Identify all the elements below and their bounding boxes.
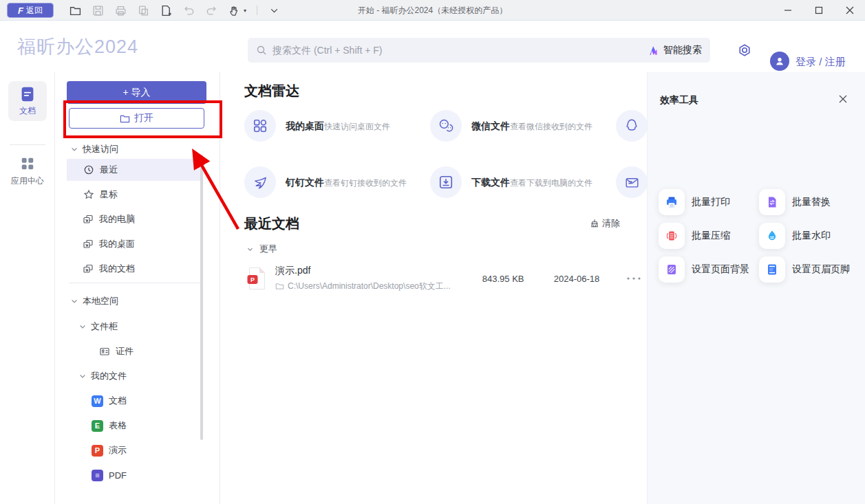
card-title: 下载文件 <box>471 177 510 188</box>
undo-icon[interactable] <box>182 4 195 17</box>
import-button[interactable]: + 导入 <box>67 81 206 104</box>
main-content: 文档雷达 我的桌面快速访问桌面文件 微信文件查看微信接收到的文件 钉钉文件查看钉… <box>220 72 647 504</box>
avatar[interactable] <box>770 52 789 71</box>
chevron-down-icon[interactable] <box>70 297 78 305</box>
id-card-icon <box>99 346 110 357</box>
header-footer-icon <box>759 256 785 283</box>
replace-icon <box>759 189 785 215</box>
chevron-down-icon[interactable] <box>78 322 87 331</box>
wechat-icon <box>430 110 462 142</box>
login-register-link[interactable]: 登录 / 注册 <box>795 56 846 69</box>
sidebar-item-label: 最近 <box>100 164 118 176</box>
clock-icon <box>83 164 94 175</box>
sidebar-item-slides[interactable]: P 演示 <box>55 439 220 461</box>
radar-card-downloads[interactable]: 下载文件查看下载到电脑的文件 <box>430 165 609 199</box>
back-button-label: 返回 <box>26 5 43 17</box>
sidebar-group-label: 快速访问 <box>83 143 118 155</box>
file-name: 演示.pdf <box>275 265 473 277</box>
new-file-icon[interactable] <box>160 4 172 17</box>
save-icon[interactable] <box>92 4 104 17</box>
rail-item-documents[interactable]: 文档 <box>8 81 47 121</box>
print-icon[interactable] <box>114 4 127 17</box>
open-folder-icon[interactable] <box>69 4 81 17</box>
sidebar-scrollbar[interactable] <box>200 155 203 440</box>
hand-tool-caret-icon[interactable]: ▾ <box>244 8 246 14</box>
clear-recent-button[interactable]: 清除 <box>590 217 620 230</box>
sidebar-item-word-docs[interactable]: W 文档 <box>55 390 220 412</box>
earlier-group-toggle[interactable]: 更早 <box>246 243 277 255</box>
back-button[interactable]: F 返回 <box>7 3 54 18</box>
earlier-label: 更早 <box>259 243 277 255</box>
sheet-badge-icon: E <box>92 420 103 432</box>
tool-header-footer[interactable]: 设置页眉页脚 <box>759 256 850 283</box>
pdf-badge-icon: ≡ <box>92 470 103 481</box>
watermark-droplet-icon <box>759 223 785 249</box>
broom-icon <box>590 219 599 228</box>
sidebar-item-my-desktop[interactable]: 我的桌面 <box>55 233 220 255</box>
printer-icon <box>659 189 685 215</box>
sidebar-item-sheets[interactable]: E 表格 <box>55 415 220 437</box>
sidebar-group-file-cabinet[interactable]: 文件柜 <box>55 316 220 338</box>
sidebar-group-local-space[interactable]: 本地空间 <box>55 290 220 312</box>
open-folder-icon <box>120 113 130 124</box>
file-size: 843.95 KB <box>473 274 534 284</box>
export-icon[interactable] <box>137 4 149 17</box>
sidebar-group-label: 本地空间 <box>83 295 118 307</box>
collapse-ribbon-icon[interactable] <box>268 4 280 17</box>
search-bar[interactable]: 智能搜索 <box>248 38 710 63</box>
radar-card-partial-qq[interactable] <box>616 109 647 143</box>
tool-label: 批量替换 <box>792 196 831 208</box>
sidebar-item-recent[interactable]: 最近 <box>67 159 202 181</box>
ai-search-button[interactable]: 智能搜索 <box>648 44 702 56</box>
tool-label: 设置页眉页脚 <box>792 263 850 276</box>
sidebar: + 导入 打开 快速访问 最近 星标 我的电脑 我的桌面 我的文档 <box>55 72 220 504</box>
redo-icon[interactable] <box>205 4 217 17</box>
pdf-file-icon: P <box>246 267 267 290</box>
sidebar-item-label: 演示 <box>109 444 127 457</box>
sidebar-group-label: 文件柜 <box>91 320 118 333</box>
sidebar-item-certificates[interactable]: 证件 <box>55 340 220 362</box>
sidebar-item-starred[interactable]: 星标 <box>55 184 220 206</box>
card-desc: 查看下载到电脑的文件 <box>510 178 592 188</box>
sidebar-item-pdf[interactable]: ≡ PDF <box>55 464 220 486</box>
chevron-down-icon[interactable] <box>78 372 87 380</box>
settings-gear-icon[interactable] <box>738 43 751 57</box>
grid-icon <box>244 110 276 142</box>
tool-batch-compress[interactable]: 批量压缩 <box>659 223 730 249</box>
rail-item-appcenter[interactable]: 应用中心 <box>0 156 55 187</box>
maximize-button[interactable] <box>803 0 834 21</box>
hand-tool-icon[interactable] <box>228 4 240 17</box>
sidebar-item-label: 星标 <box>100 188 118 201</box>
radar-section-title: 文档雷达 <box>244 82 299 100</box>
close-button[interactable] <box>834 0 865 21</box>
open-button[interactable]: 打开 <box>69 108 204 129</box>
close-icon[interactable] <box>837 94 848 105</box>
recent-file-row[interactable]: P 演示.pdf C:\Users\Administrator\Desktop\… <box>241 262 647 295</box>
word-badge-icon: W <box>92 395 103 407</box>
sidebar-group-my-files[interactable]: 我的文件 <box>55 365 220 387</box>
radar-card-wechat[interactable]: 微信文件查看微信接收到的文件 <box>430 109 609 143</box>
ai-search-label: 智能搜索 <box>663 44 702 56</box>
sidebar-item-label: 证件 <box>116 345 134 358</box>
file-more-options-icon[interactable] <box>626 276 647 281</box>
chevron-down-icon <box>246 245 254 253</box>
minimize-button[interactable] <box>772 0 803 21</box>
tool-batch-watermark[interactable]: 批量水印 <box>759 223 831 249</box>
sidebar-group-label: 我的文件 <box>91 370 127 382</box>
radar-card-dingtalk[interactable]: 钉钉文件查看钉钉接收到的文件 <box>244 165 423 199</box>
tool-batch-print[interactable]: 批量打印 <box>659 189 730 215</box>
chevron-down-icon[interactable] <box>70 145 78 153</box>
desktop-icon <box>83 239 94 250</box>
card-title: 钉钉文件 <box>286 177 324 188</box>
tool-page-background[interactable]: 设置页面背景 <box>659 256 749 283</box>
sidebar-item-my-computer[interactable]: 我的电脑 <box>55 208 220 230</box>
qq-icon <box>616 110 647 142</box>
radar-card-partial-mail[interactable] <box>616 165 647 199</box>
tool-label: 批量打印 <box>692 196 730 208</box>
radar-card-desktop[interactable]: 我的桌面快速访问桌面文件 <box>244 109 423 143</box>
sidebar-item-my-documents[interactable]: 我的文档 <box>55 258 220 280</box>
search-input[interactable] <box>273 45 648 56</box>
ai-icon <box>648 45 660 56</box>
tool-batch-replace[interactable]: 批量替换 <box>759 189 831 215</box>
sidebar-group-quick-access[interactable]: 快速访问 <box>55 138 220 160</box>
